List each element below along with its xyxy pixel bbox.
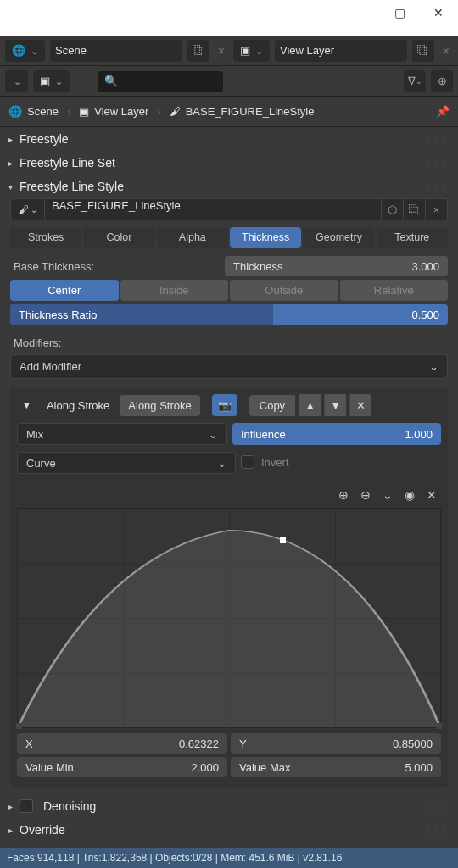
image-icon: ▣ [40, 75, 50, 87]
unlink-linestyle-button[interactable]: × [426, 198, 448, 220]
modifier-move-down[interactable]: ▼ [324, 394, 346, 416]
chevron-down-icon: ⌄ [429, 360, 438, 373]
zoom-out-button[interactable]: ⊖ [356, 486, 375, 504]
panels: Freestyle⋮⋮⋮ Freestyle Line Set⋮⋮⋮ Frees… [0, 127, 458, 848]
tab-texture[interactable]: Texture [377, 227, 448, 248]
panel-override[interactable]: Override⋮⋮⋮ [0, 818, 455, 842]
search-icon: 🔍 [104, 75, 118, 87]
maximize-button[interactable]: ▢ [380, 0, 419, 25]
fake-user-button[interactable]: ⬡ [382, 198, 404, 220]
display-mode-dropdown[interactable]: ▣ [33, 70, 70, 92]
add-modifier-dropdown[interactable]: Add Modifier⌄ [10, 354, 448, 379]
linestyle-tabs: Strokes Color Alpha Thickness Geometry T… [10, 227, 448, 248]
mapping-select[interactable]: Curve⌄ [17, 452, 236, 474]
properties-header: ▣ 🔍 ∇⌄ ⊕ [0, 66, 458, 97]
invert-label: Invert [261, 456, 289, 469]
invert-checkbox[interactable] [241, 455, 254, 469]
curve-handle-end[interactable] [436, 723, 442, 729]
curve-handle-start[interactable] [16, 723, 22, 729]
panel-freestyle[interactable]: Freestyle⋮⋮⋮ [0, 127, 455, 151]
tab-strokes[interactable]: Strokes [10, 227, 81, 248]
curve-y-field[interactable]: Y0.85000 [231, 733, 441, 754]
drag-icon: ⋮⋮⋮ [424, 826, 450, 835]
drag-icon: ⋮⋮⋮ [424, 136, 450, 144]
panel-denoising[interactable]: Denoising⋮⋮⋮ [0, 794, 455, 818]
scene-header: 🌐 Scene ⿻ × ▣ View Layer ⿻ × [0, 36, 458, 66]
tab-color[interactable]: Color [83, 227, 154, 248]
linestyle-name-field[interactable]: BASE_FIGURE_LineStyle [45, 198, 382, 220]
breadcrumb-scene[interactable]: 🌐Scene [8, 105, 59, 118]
linestyle-name-row: 🖌⌄ BASE_FIGURE_LineStyle ⬡ ⿻ × [10, 198, 448, 220]
world-icon: 🌐 [8, 105, 22, 118]
modifier-move-up[interactable]: ▲ [299, 394, 321, 416]
thickness-ratio-slider[interactable]: Thickness Ratio0.500 [10, 304, 448, 325]
clip-toggle[interactable]: ◉ [400, 486, 419, 504]
drag-icon: ⋮⋮⋮ [424, 159, 450, 168]
chevron-right-icon: › [157, 105, 160, 118]
position-inside[interactable]: Inside [120, 280, 229, 301]
modifiers-label: Modifiers: [10, 333, 448, 354]
editor-type-dropdown[interactable] [5, 70, 28, 92]
search-input[interactable]: 🔍 [97, 70, 224, 92]
panel-lineset[interactable]: Freestyle Line Set⋮⋮⋮ [0, 151, 455, 175]
curve-x-field[interactable]: X0.62322 [17, 733, 227, 754]
zoom-in-button[interactable]: ⊕ [334, 486, 353, 504]
position-center[interactable]: Center [10, 280, 119, 301]
thickness-position-segment: Center Inside Outside Relative [10, 280, 448, 301]
drag-icon: ⋮⋮⋮ [424, 183, 450, 192]
camera-icon: 📷 [218, 399, 232, 412]
linestyle-browse-dropdown[interactable]: 🖌⌄ [10, 198, 45, 220]
viewlayer-name-field[interactable]: View Layer [275, 40, 407, 62]
influence-slider[interactable]: Influence1.000 [232, 423, 441, 445]
new-viewlayer-button[interactable]: ⿻ [412, 40, 434, 62]
curve-editor[interactable] [17, 508, 441, 728]
curve-handle-selected[interactable] [280, 537, 286, 543]
base-thickness-label: Base Thickness: [10, 260, 220, 273]
modifier-remove[interactable]: ✕ [349, 394, 371, 416]
modifier-type-label: Along Stroke [120, 395, 199, 416]
curve-tools-dropdown[interactable]: ⌄ [378, 486, 397, 504]
scene-name-field[interactable]: Scene [50, 40, 182, 62]
modifier-copy-button[interactable]: Copy [249, 395, 295, 416]
position-relative[interactable]: Relative [340, 280, 449, 301]
modifier-along-stroke: ▼ Along Stroke Along Stroke 📷 Copy ▲ ▼ ✕… [10, 387, 448, 787]
scene-browse-dropdown[interactable]: 🌐 [5, 40, 45, 62]
curve-path [18, 509, 440, 727]
value-min-field[interactable]: Value Min2.000 [17, 757, 227, 777]
denoising-checkbox[interactable] [20, 799, 33, 813]
workspace: 🌐 Scene ⿻ × ▣ View Layer ⿻ × ▣ 🔍 ∇⌄ ⊕ 🌐S… [0, 36, 458, 868]
viewlayer-name-label: View Layer [280, 44, 334, 57]
viewlayer-browse-dropdown[interactable]: ▣ [233, 40, 270, 62]
filter-button[interactable]: ∇⌄ [404, 70, 426, 92]
drag-icon: ⋮⋮⋮ [424, 803, 450, 811]
new-linestyle-button[interactable]: ⿻ [404, 198, 426, 220]
breadcrumb-viewlayer[interactable]: ▣View Layer [79, 105, 148, 118]
options-button[interactable]: ⊕ [431, 70, 453, 92]
close-button[interactable]: ✕ [419, 0, 458, 25]
blend-mode-select[interactable]: Mix⌄ [17, 423, 227, 445]
window-titlebar: ― ▢ ✕ [0, 0, 458, 36]
chevron-down-icon: ⌄ [209, 428, 218, 441]
pin-button[interactable]: 📌 [436, 105, 450, 118]
modifier-name[interactable]: Along Stroke [40, 399, 116, 412]
value-max-field[interactable]: Value Max5.000 [231, 757, 441, 777]
layers-icon: ▣ [79, 105, 89, 118]
breadcrumb: 🌐Scene › ▣View Layer › 🖌BASE_FIGURE_Line… [0, 97, 458, 127]
delete-scene-button[interactable]: × [215, 44, 228, 58]
modifier-collapse-toggle[interactable]: ▼ [17, 400, 36, 410]
chevron-right-icon: › [67, 105, 70, 118]
minimize-button[interactable]: ― [341, 0, 380, 25]
thickness-field[interactable]: Thickness3.000 [225, 256, 448, 276]
tab-thickness[interactable]: Thickness [230, 227, 301, 248]
world-icon: 🌐 [12, 44, 25, 57]
delete-point-button[interactable]: ✕ [422, 486, 441, 504]
panel-linestyle[interactable]: Freestyle Line Style⋮⋮⋮ [0, 175, 455, 198]
modifier-render-toggle[interactable]: 📷 [212, 394, 237, 416]
tab-alpha[interactable]: Alpha [157, 227, 228, 248]
tab-geometry[interactable]: Geometry [303, 227, 374, 248]
panel-linestyle-body: 🖌⌄ BASE_FIGURE_LineStyle ⬡ ⿻ × Strokes C… [0, 198, 455, 794]
delete-viewlayer-button[interactable]: × [439, 44, 453, 58]
position-outside[interactable]: Outside [230, 280, 338, 301]
breadcrumb-linestyle[interactable]: 🖌BASE_FIGURE_LineStyle [170, 105, 315, 118]
new-scene-button[interactable]: ⿻ [187, 40, 209, 62]
